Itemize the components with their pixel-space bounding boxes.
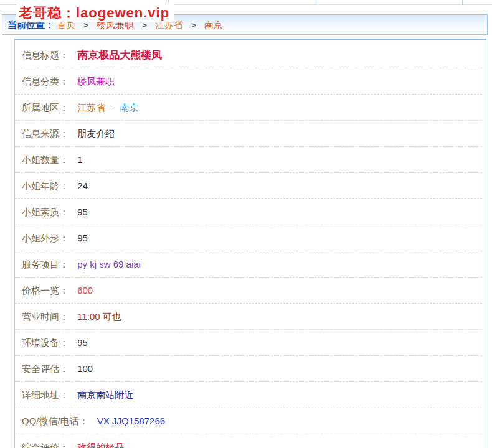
info-row-girl-age: 小姐年龄： 24 (15, 173, 482, 199)
info-row-category: 信息分类： 楼凤兼职 (15, 68, 482, 95)
row-label: 营业时间： (22, 311, 69, 322)
row-label: QQ/微信/电话： (22, 416, 88, 426)
breadcrumb-link-city[interactable]: 南京 (204, 19, 223, 30)
listing-detail-panel: 信息标题： 南京极品大熊楼凤 信息分类： 楼凤兼职 所属地区： 江苏省 - 南京… (14, 39, 486, 448)
category-link[interactable]: 楼凤兼职 (77, 76, 115, 86)
row-label: 小姐年龄： (22, 180, 69, 191)
info-row-hours: 营业时间： 11:00 可也 (15, 304, 482, 330)
source-value: 朋友介绍 (77, 128, 115, 139)
contact-value: VX JJQ1587266 (97, 416, 165, 426)
row-label: 所属地区： (22, 102, 69, 113)
info-row-evaluation: 综合评价： 难得的极品 (15, 434, 482, 448)
info-row-price: 价格一览： 600 (15, 278, 482, 304)
info-row-safety: 安全评估： 100 (15, 356, 482, 382)
info-row-services: 服务项目： py kj sw 69 aiai (15, 251, 482, 278)
info-row-source: 信息来源： 朋友介绍 (15, 121, 482, 147)
price-value: 600 (77, 285, 93, 296)
row-label: 安全评估： (22, 363, 69, 374)
environment-value: 95 (77, 337, 88, 348)
girl-count-value: 1 (77, 154, 82, 165)
info-row-girl-count: 小姐数量： 1 (15, 147, 482, 173)
services-value: py kj sw 69 aiai (77, 259, 141, 269)
region-province-link[interactable]: 江苏省 (77, 102, 105, 113)
row-label: 小姐素质： (22, 207, 69, 217)
hours-value: 11:00 可也 (77, 311, 121, 322)
table-cell-divider (318, 0, 318, 5)
breadcrumb-separator: > (191, 21, 196, 30)
site-logo: 老哥稳：laogewen.vip (16, 2, 174, 22)
safety-value: 100 (77, 363, 93, 374)
listing-title: 南京极品大熊楼凤 (77, 49, 162, 61)
info-row-girl-looks: 小姐外形： 95 (15, 225, 482, 251)
info-row-title: 信息标题： 南京极品大熊楼凤 (15, 42, 482, 68)
row-label: 综合评价： (22, 442, 69, 448)
row-label: 环境设备： (22, 337, 69, 348)
row-label: 详细地址： (22, 390, 69, 400)
info-row-address: 详细地址： 南京南站附近 (15, 382, 482, 408)
row-label: 信息分类： (22, 76, 69, 86)
region-separator: - (111, 102, 114, 113)
row-label: 价格一览： (22, 285, 69, 296)
girl-quality-value: 95 (77, 207, 88, 217)
info-row-girl-quality: 小姐素质： 95 (15, 199, 482, 225)
row-label: 小姐外形： (22, 233, 69, 243)
evaluation-value: 难得的极品 (77, 442, 124, 448)
address-value: 南京南站附近 (77, 390, 133, 400)
table-cell-divider (462, 0, 463, 5)
info-row-environment: 环境设备： 95 (15, 330, 482, 356)
info-row-contact: QQ/微信/电话： VX JJQ1587266 (15, 408, 482, 434)
region-city-link[interactable]: 南京 (120, 102, 139, 113)
row-label: 信息标题： (22, 50, 69, 60)
row-label: 服务项目： (22, 259, 69, 269)
info-row-region: 所属地区： 江苏省 - 南京 (15, 95, 482, 121)
girl-looks-value: 95 (77, 233, 88, 243)
row-label: 小姐数量： (22, 154, 69, 165)
girl-age-value: 24 (77, 180, 88, 191)
row-label: 信息来源： (22, 128, 69, 139)
